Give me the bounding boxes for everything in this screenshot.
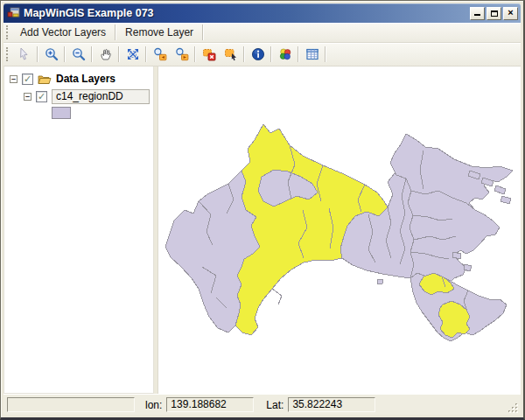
close-button[interactable]: ×	[503, 7, 518, 20]
toolbar-separator	[325, 46, 326, 62]
map-island-4[interactable]	[452, 252, 461, 259]
maximize-button[interactable]	[486, 7, 501, 20]
zoom-extent-button[interactable]	[122, 45, 144, 65]
lat-value: 35.822243	[288, 397, 375, 412]
data-layers-label[interactable]: Data Layers	[56, 73, 116, 85]
pan-hand-icon	[99, 47, 113, 61]
toolbar-separator	[91, 46, 93, 62]
toolbar-separator	[145, 46, 147, 62]
toolbar-separator	[37, 46, 38, 62]
zoom-out-button[interactable]	[67, 45, 89, 65]
resize-grip-icon[interactable]	[508, 402, 519, 414]
pan-tool-button[interactable]	[94, 45, 116, 65]
color-scheme-icon	[278, 47, 292, 61]
map-area[interactable]	[158, 66, 521, 394]
map-island-2[interactable]	[494, 186, 506, 194]
menu-separator	[115, 24, 116, 40]
collapse-icon[interactable]: −	[24, 93, 32, 101]
map-svg[interactable]	[158, 66, 521, 394]
zoom-extent-icon	[126, 47, 140, 61]
minimize-icon	[474, 10, 480, 16]
layer-checkbox[interactable]: ✓	[36, 91, 47, 102]
remove-layer-button[interactable]: Remove Layer	[118, 24, 200, 41]
menu-strip-grip[interactable]	[6, 25, 10, 39]
zoom-previous-icon	[153, 47, 167, 61]
attribute-table-button[interactable]	[301, 45, 323, 65]
select-shape-button[interactable]	[220, 45, 242, 65]
lon-value: 139.188682	[166, 397, 254, 412]
tool-strip	[4, 43, 521, 66]
toolbar-separator	[194, 46, 196, 62]
clear-selection-button[interactable]	[198, 45, 220, 65]
zoom-next-icon	[175, 47, 189, 61]
zoom-in-icon	[45, 47, 59, 61]
app-window: MapWinGIS Example 073 × Add Vector Layer…	[0, 0, 525, 420]
toolbar-separator	[118, 46, 120, 62]
lat-label: Lat:	[266, 399, 284, 411]
zoom-in-button[interactable]	[40, 45, 62, 65]
close-icon: ×	[508, 8, 513, 18]
toolbar-separator	[243, 46, 245, 62]
toolbar-separator	[298, 46, 299, 62]
map-island-5[interactable]	[464, 264, 472, 271]
zoom-out-icon	[72, 47, 86, 61]
collapse-icon[interactable]: −	[10, 75, 18, 83]
tool-strip-grip[interactable]	[6, 47, 10, 61]
pointer-tool-button[interactable]	[13, 45, 35, 65]
title-bar: MapWinGIS Example 073 ×	[4, 4, 521, 23]
toolbar-separator	[64, 46, 66, 62]
layer-name-label[interactable]: c14_regionDD	[52, 89, 150, 104]
maximize-icon	[491, 10, 498, 17]
zoom-next-button[interactable]	[171, 45, 192, 65]
tree-swatch-row	[52, 106, 153, 120]
menu-strip: Add Vector Layers Remove Layer	[4, 23, 521, 43]
layers-panel: − ✓ Data Layers − ✓ c14_regionDD	[4, 66, 154, 394]
attribute-table-icon	[305, 47, 319, 61]
select-shape-icon	[224, 47, 238, 61]
map-island-3[interactable]	[500, 196, 511, 204]
minimize-button[interactable]	[470, 7, 485, 20]
tree-layer-row[interactable]: − ✓ c14_regionDD	[24, 88, 153, 104]
client-area: − ✓ Data Layers − ✓ c14_regionDD	[4, 66, 521, 394]
menu-separator	[202, 24, 204, 40]
folder-icon	[38, 74, 52, 85]
toolbar-separator	[270, 46, 272, 62]
map-boundary-line-5	[272, 289, 282, 304]
clear-selection-icon	[202, 47, 216, 61]
lon-label: lon:	[145, 399, 162, 411]
window-title: MapWinGIS Example 073	[24, 7, 468, 19]
color-scheme-button[interactable]	[274, 45, 296, 65]
zoom-previous-button[interactable]	[149, 45, 171, 65]
pointer-icon	[18, 47, 32, 61]
status-bar: lon: 139.188682 Lat: 35.822243	[4, 394, 521, 415]
info-icon	[251, 47, 265, 61]
identify-button[interactable]	[247, 45, 269, 65]
layer-color-swatch[interactable]	[52, 107, 71, 119]
tree-root-row[interactable]: − ✓ Data Layers	[10, 71, 153, 87]
data-layers-checkbox[interactable]: ✓	[22, 74, 33, 85]
status-message-panel	[7, 397, 135, 412]
map-island-6[interactable]	[377, 279, 382, 284]
add-vector-layers-button[interactable]: Add Vector Layers	[13, 24, 113, 41]
app-icon	[7, 7, 20, 20]
